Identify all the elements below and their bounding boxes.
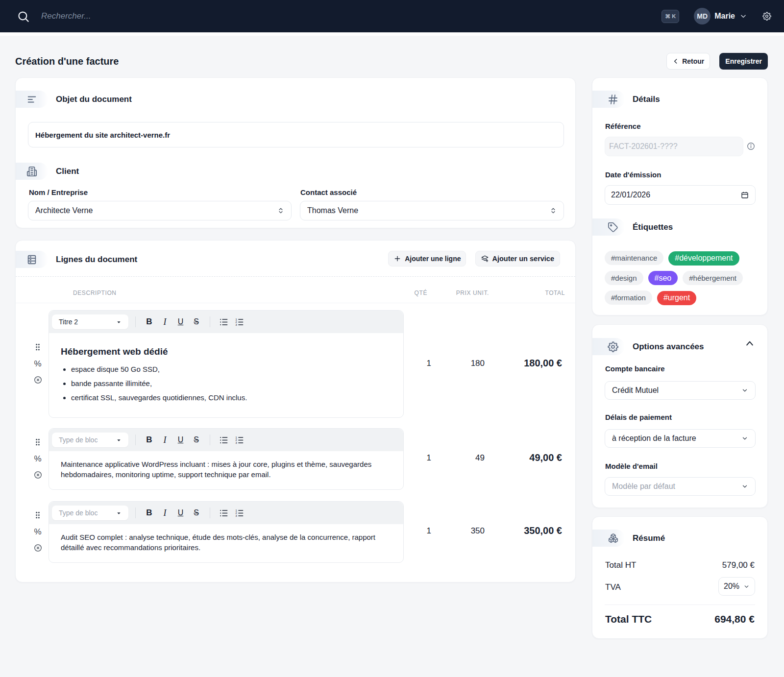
svg-text:3: 3 — [236, 323, 237, 326]
svg-text:3: 3 — [236, 441, 237, 444]
svg-text:3: 3 — [236, 514, 237, 517]
